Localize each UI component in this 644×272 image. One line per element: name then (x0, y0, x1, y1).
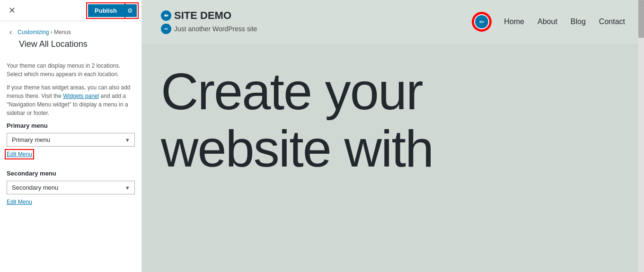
customizer-panel: ✕ Publish ⚙ ‹ Customizing › Menus View A… (0, 0, 142, 272)
site-tagline-text: Just another WordPress site (174, 25, 257, 33)
site-tagline-edit-icon[interactable]: ✏ (161, 24, 171, 34)
primary-menu-select[interactable]: Primary menu Secondary menu — Select — (7, 133, 135, 147)
nav-item-blog[interactable]: Blog (571, 18, 586, 26)
close-button[interactable]: ✕ (5, 3, 19, 18)
site-title-text: SITE DEMO (174, 9, 231, 22)
description-para2: If your theme has widget areas, you can … (7, 83, 135, 117)
gear-button[interactable]: ⚙ (124, 4, 137, 17)
publish-button[interactable]: Publish (88, 4, 124, 17)
site-tagline: ✏ Just another WordPress site (161, 24, 257, 34)
nav-item-home[interactable]: Home (504, 18, 524, 26)
site-title: ✏ SITE DEMO (161, 9, 257, 22)
preview-area: ✏ SITE DEMO ✏ Just another WordPress sit… (142, 0, 644, 272)
scrollbar-thumb[interactable] (638, 0, 644, 38)
panel-content: Your theme can display menus in 2 locati… (0, 55, 141, 272)
section-title: View All Locations (0, 39, 141, 55)
breadcrumb-current: Menus (54, 29, 71, 35)
site-title-edit-icon[interactable]: ✏ (161, 10, 171, 21)
preview-nav: ✏ Home About Blog Contact (473, 13, 625, 31)
secondary-menu-select[interactable]: Secondary menu Primary menu — Select — (7, 181, 135, 194)
breadcrumb-separator: › (51, 29, 54, 35)
breadcrumb-parent-link[interactable]: Customizing (18, 29, 49, 35)
preview-site-header: ✏ SITE DEMO ✏ Just another WordPress sit… (142, 0, 644, 44)
breadcrumb: Customizing › Menus (18, 29, 71, 35)
secondary-edit-menu-link[interactable]: Edit Menu (7, 199, 32, 205)
primary-menu-select-wrap: Primary menu Secondary menu — Select — ▼ (7, 133, 135, 147)
nav-edit-pencil-icon: ✏ (475, 15, 488, 28)
site-branding: ✏ SITE DEMO ✏ Just another WordPress sit… (161, 9, 257, 34)
back-button[interactable]: ‹ (7, 27, 15, 37)
preview-hero: Create your website with (142, 44, 644, 177)
hero-text: Create your website with (161, 62, 625, 177)
secondary-menu-select-wrap: Secondary menu Primary menu — Select — ▼ (7, 181, 135, 194)
description-para1: Your theme can display menus in 2 locati… (7, 61, 135, 79)
nav-item-contact[interactable]: Contact (599, 18, 625, 26)
scrollbar-track (638, 0, 644, 272)
primary-menu-label: Primary menu (7, 122, 135, 129)
nav-edit-button[interactable]: ✏ (473, 13, 491, 31)
primary-edit-menu-link[interactable]: Edit Menu (7, 151, 32, 158)
hero-line1: Create your (161, 62, 625, 120)
breadcrumb-area: ‹ Customizing › Menus (0, 21, 141, 39)
secondary-menu-label: Secondary menu (7, 170, 135, 177)
top-bar: ✕ Publish ⚙ (0, 0, 141, 21)
widgets-panel-link[interactable]: Widgets panel (63, 93, 99, 99)
hero-line2: website with (161, 120, 625, 177)
nav-item-about[interactable]: About (538, 18, 557, 26)
publish-area: Publish ⚙ (88, 4, 137, 17)
